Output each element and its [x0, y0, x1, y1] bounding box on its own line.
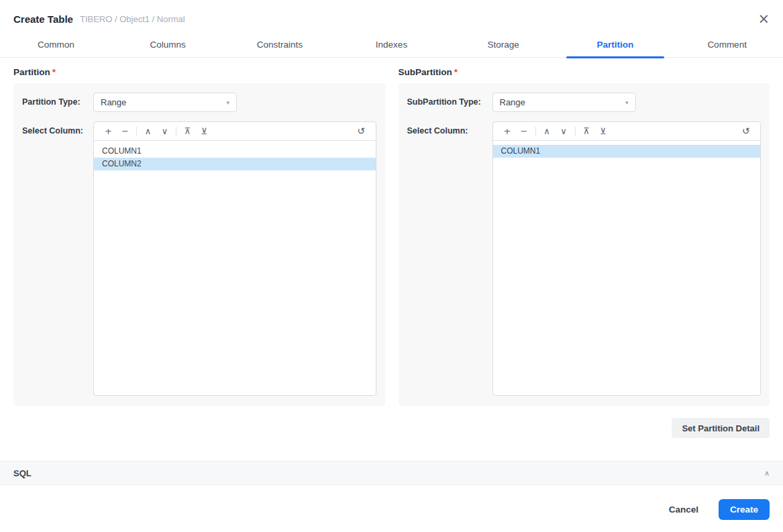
modal-title: Create Table	[13, 13, 73, 25]
detail-button-row: Set Partition Detail	[0, 406, 783, 438]
partition-select-column-label: Select Column:	[22, 121, 93, 141]
required-mark: *	[454, 67, 458, 77]
add-icon[interactable]: +	[100, 122, 117, 140]
modal-header: Create Table TIBERO / Object1 / Normal ×	[0, 0, 783, 38]
remove-icon[interactable]: −	[117, 122, 134, 140]
move-up-icon[interactable]: ∧	[539, 122, 556, 140]
partition-section-label: Partition*	[13, 67, 385, 77]
reset-icon[interactable]: ↺	[353, 122, 370, 140]
subpartition-section-label: SubPartition*	[399, 67, 770, 77]
partition-tab-content: Partition* Partition Type: Range ▾ Selec…	[0, 58, 783, 406]
toolbar-divider	[136, 127, 137, 136]
subpartition-column: SubPartition* SubPartition Type: Range ▾…	[399, 58, 770, 406]
list-item[interactable]: COLUMN1	[493, 145, 761, 158]
move-bottom-icon[interactable]: ⊻	[595, 122, 612, 140]
required-mark: *	[52, 67, 56, 77]
close-icon[interactable]: ×	[758, 12, 770, 26]
remove-icon[interactable]: −	[516, 122, 533, 140]
partition-column-list: COLUMN1 COLUMN2	[94, 141, 376, 395]
tab-storage[interactable]: Storage	[448, 38, 560, 57]
chevron-up-icon[interactable]: ∧	[764, 469, 770, 478]
partition-panel: Partition Type: Range ▾ Select Column: +…	[13, 83, 385, 406]
caret-down-icon: ▾	[226, 99, 229, 106]
sql-section-label: SQL	[13, 468, 32, 478]
tab-indexes[interactable]: Indexes	[335, 38, 448, 57]
toolbar-divider	[535, 127, 536, 136]
tab-comment[interactable]: Comment	[671, 38, 783, 57]
add-icon[interactable]: +	[499, 122, 516, 140]
partition-section-text: Partition	[13, 67, 50, 77]
subpartition-column-listbox: + − ∧ ∨ ⊼ ⊻ ↺ COLUMN1	[492, 121, 762, 396]
toolbar-divider	[575, 127, 576, 136]
move-top-icon[interactable]: ⊼	[179, 122, 196, 140]
subpartition-type-select[interactable]: Range ▾	[492, 93, 636, 112]
sql-section-header[interactable]: SQL ∧	[0, 461, 783, 485]
modal-footer: Cancel Create	[0, 485, 783, 532]
partition-type-select[interactable]: Range ▾	[93, 93, 237, 112]
tab-partition[interactable]: Partition	[560, 38, 672, 57]
move-down-icon[interactable]: ∨	[556, 122, 572, 140]
subpartition-section-text: SubPartition	[399, 67, 452, 77]
caret-down-icon: ▾	[625, 99, 629, 106]
subpartition-type-value: Range	[500, 97, 525, 107]
subpartition-panel: SubPartition Type: Range ▾ Select Column…	[399, 83, 770, 406]
set-partition-detail-button[interactable]: Set Partition Detail	[672, 418, 770, 438]
partition-type-label: Partition Type:	[22, 93, 93, 112]
subpartition-select-column-label: Select Column:	[407, 121, 492, 141]
move-down-icon[interactable]: ∨	[156, 122, 173, 140]
move-up-icon[interactable]: ∧	[140, 122, 156, 140]
subpartition-column-list: COLUMN1	[493, 141, 761, 395]
tab-constraints[interactable]: Constraints	[223, 38, 335, 57]
subpartition-list-toolbar: + − ∧ ∨ ⊼ ⊻ ↺	[493, 122, 761, 141]
cancel-button[interactable]: Cancel	[669, 504, 698, 515]
subpartition-type-label: SubPartition Type:	[407, 93, 492, 112]
toolbar-divider	[176, 127, 176, 136]
list-item[interactable]: COLUMN2	[94, 158, 376, 170]
partition-column-listbox: + − ∧ ∨ ⊼ ⊻ ↺ COLUMN1 COLUMN2	[93, 121, 376, 396]
breadcrumb: TIBERO / Object1 / Normal	[80, 14, 185, 24]
partition-type-value: Range	[101, 97, 126, 107]
tab-columns[interactable]: Columns	[112, 38, 224, 57]
list-item[interactable]: COLUMN1	[94, 145, 376, 158]
tab-common[interactable]: Common	[0, 38, 112, 57]
move-top-icon[interactable]: ⊼	[578, 122, 595, 140]
reset-icon[interactable]: ↺	[737, 122, 754, 140]
partition-column: Partition* Partition Type: Range ▾ Selec…	[13, 58, 385, 406]
move-bottom-icon[interactable]: ⊻	[196, 122, 213, 140]
partition-list-toolbar: + − ∧ ∨ ⊼ ⊻ ↺	[94, 122, 376, 141]
create-button[interactable]: Create	[719, 499, 770, 520]
tab-bar: Common Columns Constraints Indexes Stora…	[0, 38, 783, 58]
